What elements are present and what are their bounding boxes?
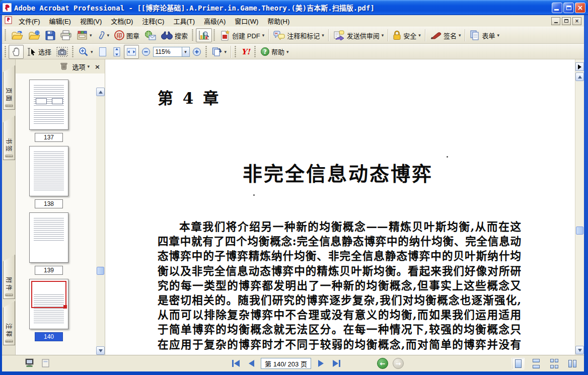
picture-tasks-button[interactable] — [196, 28, 212, 42]
save-button[interactable] — [43, 28, 58, 42]
organizer-button[interactable] — [26, 28, 43, 42]
layout-continuous-button[interactable] — [530, 357, 543, 369]
tab-attachments[interactable]: 附件 — [3, 255, 15, 299]
page-display-button[interactable]: ▾ — [209, 45, 230, 59]
toolbar-grip[interactable] — [5, 29, 7, 41]
magnifier-plus-icon — [79, 47, 89, 57]
scan-speck — [447, 156, 448, 158]
yahoo-toolbar-button[interactable]: Y! — [239, 45, 253, 59]
doc-close-button[interactable]: × — [572, 17, 581, 25]
toolbar-grip[interactable] — [72, 46, 75, 58]
scroll-down-button[interactable] — [96, 346, 105, 355]
last-page-button[interactable] — [330, 357, 342, 369]
menu-item-document[interactable]: 文档(D) — [106, 15, 137, 27]
doc-scroll-up-button[interactable] — [575, 72, 584, 81]
attach-button[interactable]: ▾ — [95, 28, 112, 42]
next-view-button[interactable]: → — [393, 358, 404, 369]
secure-button[interactable]: 安全 ▾ — [390, 28, 423, 42]
fit-page-button[interactable] — [110, 45, 124, 59]
toolbar-grip[interactable] — [254, 46, 257, 58]
toolbar-separator — [388, 29, 389, 41]
page-number-label-140[interactable]: 140 — [35, 332, 63, 341]
print-button[interactable] — [58, 28, 74, 42]
zoom-out-button[interactable] — [139, 45, 153, 59]
zoom-in-button[interactable] — [190, 45, 204, 59]
first-page-button[interactable] — [230, 357, 242, 369]
acrobat-logo-icon[interactable] — [3, 3, 12, 12]
sign-button[interactable]: 签名 ▾ — [427, 28, 464, 42]
page-thumbnail-138[interactable] — [29, 146, 68, 196]
tab-bookmarks[interactable]: 书签 — [3, 116, 15, 160]
open-button[interactable] — [9, 28, 26, 42]
page-thumbnail-140[interactable] — [29, 279, 68, 329]
scroll-thumb[interactable] — [97, 267, 104, 275]
layout-continuous-facing-button[interactable] — [548, 357, 561, 369]
menu-item-view[interactable]: 视图(V) — [76, 15, 106, 27]
doc-restore-button[interactable] — [562, 17, 571, 25]
title-bar[interactable]: Adobe Acrobat Professional - [[博弈论基础].A.… — [0, 0, 588, 15]
page-number-label-138[interactable]: 138 — [35, 199, 63, 208]
howto-pane-toggle-button[interactable] — [575, 62, 584, 71]
menu-item-edit[interactable]: 编辑(E) — [45, 15, 76, 27]
toolbar-grip[interactable] — [213, 29, 216, 41]
snapshot-tool-button[interactable] — [54, 45, 70, 59]
menu-item-advanced[interactable]: 高级(A) — [199, 15, 230, 27]
menu-item-tools[interactable]: 工具(T) — [169, 15, 199, 27]
stamp-button[interactable]: 印 图章 — [112, 28, 142, 42]
page-number-label-137[interactable]: 137 — [35, 133, 63, 142]
close-button[interactable]: × — [575, 3, 585, 13]
panel-close-button[interactable]: × — [95, 63, 100, 70]
minimize-button[interactable] — [552, 3, 562, 13]
toolbar-grip[interactable] — [192, 29, 194, 41]
menu-item-file[interactable]: 文件(F) — [14, 15, 45, 27]
fullscreen-view-button[interactable] — [25, 358, 34, 369]
next-page-button[interactable] — [315, 357, 327, 369]
create-pdf-button[interactable]: 创建 PDF ▾ — [217, 28, 267, 42]
fit-width-button[interactable] — [124, 45, 139, 59]
toolbar-grip[interactable] — [205, 46, 208, 58]
scroll-up-button[interactable] — [96, 88, 105, 96]
file-cabinet-button[interactable]: ▾ — [74, 28, 95, 42]
tab-comments[interactable]: 注释 — [3, 301, 15, 345]
doc-minimize-button[interactable] — [551, 17, 560, 25]
menu-item-help[interactable]: 帮助(H) — [263, 15, 294, 27]
help-button[interactable]: ? 帮助 ▾ — [258, 45, 291, 59]
previous-view-button[interactable]: ← — [377, 358, 388, 369]
page-size-button[interactable] — [42, 359, 49, 369]
document-page[interactable]: 第 4 章 非完全信息动态博弈 本章我们将介绍另一种新的均衡概念——精炼贝叶斯均… — [105, 59, 575, 355]
email-button[interactable] — [142, 28, 159, 42]
options-menu-button[interactable]: 选项 ▾ — [72, 62, 90, 71]
up-arrow-icon — [578, 76, 582, 79]
tab-pages[interactable]: 页面 — [3, 65, 15, 110]
comment-markup-button[interactable]: 注释和标记 ▾ — [271, 28, 327, 42]
toolbar-grip[interactable] — [5, 46, 7, 58]
toolbar-grip[interactable] — [235, 46, 237, 58]
hand-tool-button[interactable] — [9, 45, 24, 59]
prev-page-button[interactable] — [245, 357, 257, 369]
send-for-review-button[interactable]: 发送供审阅 ▾ — [331, 28, 387, 42]
search-button[interactable]: 搜索 — [159, 28, 190, 42]
zoom-in-tool-button[interactable]: ▾ — [76, 45, 96, 59]
page-number-field[interactable] — [261, 358, 311, 369]
doc-scroll-down-button[interactable] — [575, 346, 584, 354]
current-view-rectangle[interactable] — [31, 281, 66, 308]
delete-pages-button[interactable] — [60, 62, 67, 71]
layout-single-page-button[interactable] — [511, 357, 525, 369]
select-tool-button[interactable]: 选择 — [24, 45, 54, 59]
zoom-level-input[interactable] — [153, 47, 182, 57]
actual-size-button[interactable] — [96, 45, 110, 59]
menu-item-window[interactable]: 窗口(W) — [230, 15, 263, 27]
maximize-button[interactable] — [563, 3, 574, 13]
page-thumbnail-137[interactable] — [29, 80, 68, 130]
document-scrollbar[interactable] — [575, 59, 584, 355]
zoom-level-dropdown-button[interactable]: ▾ — [182, 47, 190, 57]
menu-item-comments[interactable]: 注释(C) — [137, 15, 169, 27]
page-thumbnail-139[interactable] — [29, 212, 68, 263]
layout-facing-button[interactable] — [566, 357, 579, 369]
forms-button[interactable]: 表单 ▾ — [467, 28, 502, 42]
page-number-label-139[interactable]: 139 — [35, 266, 63, 275]
thumbnail-list: 137 138 139 140 — [16, 73, 105, 355]
pdf-document-icon[interactable] — [5, 16, 12, 26]
doc-scroll-thumb[interactable] — [576, 227, 583, 235]
thumbnail-scrollbar[interactable] — [96, 88, 105, 355]
